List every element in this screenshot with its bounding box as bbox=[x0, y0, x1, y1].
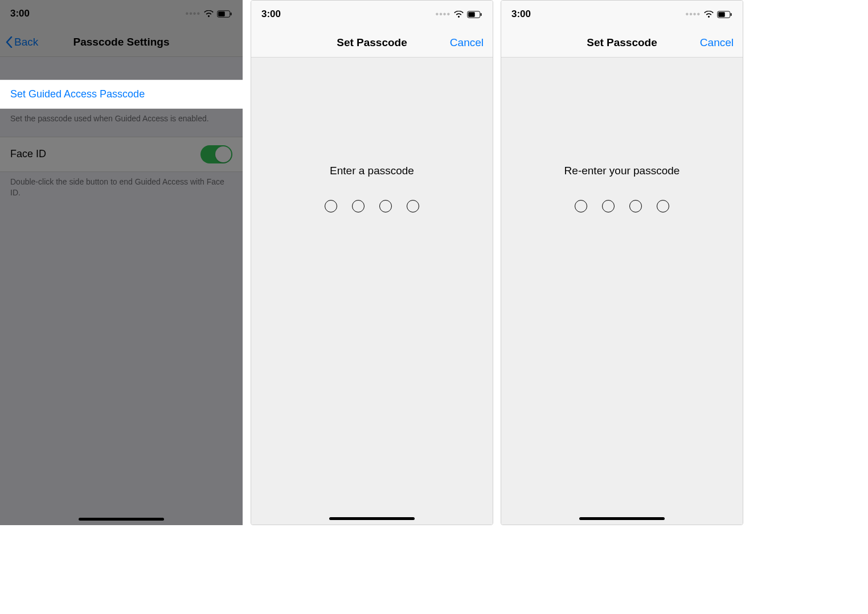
wifi-icon bbox=[204, 10, 214, 18]
passcode-dot bbox=[379, 200, 392, 212]
cellular-dots-icon: •••• bbox=[186, 9, 200, 18]
status-time: 3:00 bbox=[261, 9, 281, 20]
passcode-dots bbox=[501, 200, 743, 212]
content-area: Set Guided Access Passcode Set the passc… bbox=[0, 57, 243, 525]
svg-rect-5 bbox=[481, 13, 482, 16]
set-passcode-note: Set the passcode used when Guided Access… bbox=[0, 109, 243, 137]
passcode-dots bbox=[251, 200, 493, 212]
content-area: Re-enter your passcode bbox=[501, 58, 743, 525]
status-icons-right: •••• bbox=[186, 9, 232, 18]
passcode-entry[interactable]: Re-enter your passcode bbox=[501, 58, 743, 212]
chevron-left-icon bbox=[6, 36, 13, 48]
cellular-dots-icon: •••• bbox=[436, 10, 451, 19]
battery-icon bbox=[467, 11, 482, 18]
wifi-icon bbox=[704, 11, 714, 18]
cancel-button[interactable]: Cancel bbox=[700, 28, 734, 57]
wifi-icon bbox=[454, 11, 464, 18]
status-icons-right: •••• bbox=[436, 10, 482, 19]
home-indicator[interactable] bbox=[329, 517, 415, 520]
passcode-dot bbox=[352, 200, 365, 212]
screen-passcode-settings: 3:00 •••• Back Passcode Settings Set Gui… bbox=[0, 0, 243, 525]
content-area: Enter a passcode bbox=[251, 58, 493, 525]
status-time: 3:00 bbox=[10, 8, 30, 19]
home-indicator[interactable] bbox=[579, 517, 665, 520]
passcode-dot bbox=[602, 200, 615, 212]
battery-icon bbox=[717, 11, 732, 18]
cellular-dots-icon: •••• bbox=[686, 10, 701, 19]
page-title: Set Passcode bbox=[587, 36, 657, 49]
status-bar: 3:00 •••• bbox=[251, 1, 493, 28]
svg-rect-1 bbox=[218, 11, 225, 16]
passcode-prompt: Re-enter your passcode bbox=[501, 165, 743, 177]
status-bar: 3:00 •••• bbox=[501, 1, 743, 28]
nav-bar: Set Passcode Cancel bbox=[251, 28, 493, 58]
back-button[interactable]: Back bbox=[6, 27, 38, 56]
status-time: 3:00 bbox=[511, 9, 531, 20]
svg-rect-4 bbox=[468, 12, 475, 17]
screen-enter-passcode: 3:00 •••• Set Passcode Cancel Enter a pa… bbox=[251, 0, 493, 525]
passcode-dot bbox=[325, 200, 337, 212]
faceid-note: Double-click the side button to end Guid… bbox=[0, 172, 243, 211]
page-title: Passcode Settings bbox=[73, 36, 170, 48]
status-bar: 3:00 •••• bbox=[0, 0, 243, 27]
passcode-entry[interactable]: Enter a passcode bbox=[251, 58, 493, 212]
nav-bar: Back Passcode Settings bbox=[0, 27, 243, 57]
highlighted-set-passcode-cell[interactable]: Set Guided Access Passcode bbox=[0, 80, 243, 109]
nav-bar: Set Passcode Cancel bbox=[501, 28, 743, 58]
toggle-knob bbox=[215, 146, 231, 162]
svg-rect-7 bbox=[718, 12, 725, 17]
home-indicator[interactable] bbox=[79, 518, 164, 521]
passcode-dot bbox=[657, 200, 669, 212]
status-icons-right: •••• bbox=[686, 10, 732, 19]
faceid-toggle[interactable] bbox=[200, 145, 232, 163]
screen-reenter-passcode: 3:00 •••• Set Passcode Cancel Re-enter y… bbox=[501, 0, 743, 525]
page-title: Set Passcode bbox=[337, 36, 407, 49]
passcode-dot bbox=[629, 200, 642, 212]
faceid-cell: Face ID bbox=[0, 137, 243, 172]
cancel-button[interactable]: Cancel bbox=[450, 28, 484, 57]
passcode-dot bbox=[407, 200, 419, 212]
svg-rect-8 bbox=[731, 13, 732, 16]
battery-icon bbox=[217, 10, 232, 18]
passcode-prompt: Enter a passcode bbox=[251, 165, 493, 177]
back-label: Back bbox=[14, 36, 38, 48]
faceid-label: Face ID bbox=[10, 148, 46, 160]
svg-rect-2 bbox=[231, 13, 232, 15]
passcode-dot bbox=[575, 200, 587, 212]
